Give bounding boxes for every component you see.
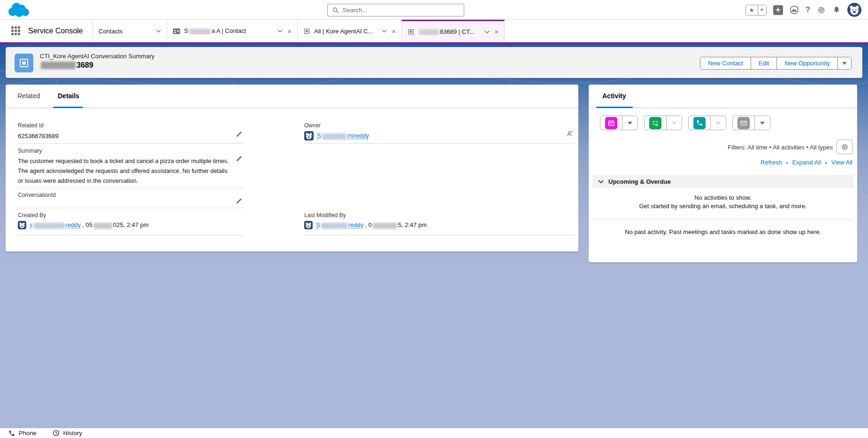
created-by-value: sreddy , 05025, 2:47 pm — [18, 221, 244, 229]
refresh-link[interactable]: Refresh — [760, 159, 782, 166]
tab-details[interactable]: Details — [58, 92, 79, 100]
utility-phone-button[interactable]: Phone — [8, 430, 37, 437]
field-label: Related Id — [18, 118, 244, 129]
nav-tab-list-view[interactable]: All | Kore AgentAI C... × — [297, 20, 401, 42]
chevron-down-icon[interactable] — [382, 29, 387, 33]
no-activities-text: No activities to show. — [589, 194, 857, 201]
custom-object-icon — [303, 28, 310, 35]
trailhead-icon[interactable] — [790, 5, 799, 15]
tab-related[interactable]: Related — [17, 92, 40, 100]
activity-settings-button[interactable] — [837, 140, 853, 154]
close-icon[interactable]: × — [494, 28, 499, 36]
custom-object-icon — [407, 28, 415, 35]
chevron-down-icon[interactable] — [484, 30, 490, 34]
new-task-dropdown[interactable] — [666, 116, 682, 130]
bell-icon[interactable] — [832, 6, 841, 14]
star-icon[interactable]: ★ — [746, 5, 758, 15]
new-task-group — [644, 116, 682, 130]
task-checklist-icon — [649, 117, 661, 129]
log-call-group — [688, 116, 726, 130]
new-opportunity-button[interactable]: New Opportunity — [776, 57, 837, 69]
salesforce-logo-icon — [6, 1, 31, 18]
new-event-dropdown[interactable] — [622, 116, 638, 130]
setup-gear-icon[interactable] — [817, 6, 826, 15]
field-last-modified-by: Last Modified By Sreddy , 05, 2:47 pm — [304, 208, 575, 235]
divider — [6, 108, 578, 108]
edit-pencil-icon[interactable] — [236, 197, 243, 206]
chevron-down-icon[interactable] — [156, 29, 161, 33]
header-icon-row: ★ + ? — [745, 0, 861, 20]
field-label: Created By — [18, 208, 244, 219]
utility-bar: Phone History — [0, 428, 868, 438]
edit-pencil-icon[interactable] — [236, 155, 243, 164]
last-modified-by-link[interactable]: Sreddy — [316, 221, 363, 228]
utility-history-button[interactable]: History — [53, 430, 82, 437]
close-icon[interactable]: × — [392, 27, 396, 35]
new-contact-button[interactable]: New Contact — [700, 57, 750, 69]
redacted-text — [373, 223, 397, 229]
owner-link[interactable]: Smireddy — [317, 132, 369, 139]
chevron-down-icon[interactable] — [277, 29, 283, 33]
utility-label: History — [63, 430, 82, 437]
view-all-link[interactable]: View All — [831, 159, 853, 166]
favorites-dropdown[interactable] — [758, 5, 766, 15]
salesforce-service-console: ★ + ? — [0, 0, 868, 438]
record-detail-panel: Related Details Related Id 625366783689 … — [6, 85, 578, 251]
app-launcher-icon[interactable] — [11, 26, 21, 36]
console-nav-bar: Service Console Contacts Sa A | Contact — [0, 20, 868, 42]
more-actions-dropdown[interactable] — [837, 57, 851, 69]
user-avatar — [18, 221, 26, 229]
user-avatar[interactable] — [847, 3, 861, 17]
help-icon[interactable]: ? — [806, 5, 810, 15]
redacted-text — [321, 223, 347, 229]
close-icon[interactable]: × — [287, 27, 292, 35]
field-value: The customer requested to book a ticket … — [18, 156, 230, 186]
tab-label: Contacts — [99, 28, 123, 35]
nav-tab-contacts[interactable]: Contacts — [92, 20, 167, 42]
expand-all-link[interactable]: Expand All — [792, 159, 821, 166]
global-actions-button[interactable]: + — [773, 5, 783, 15]
log-a-call-button[interactable] — [689, 116, 710, 130]
workspace-tabs: Contacts Sa A | Contact × — [92, 20, 505, 42]
new-task-button[interactable] — [645, 116, 666, 130]
email-button[interactable] — [733, 116, 754, 130]
global-search — [327, 4, 464, 16]
edit-button[interactable]: Edit — [751, 57, 776, 69]
field-related-id: Related Id 625366783689 — [18, 118, 244, 144]
chevron-down-icon[interactable] — [598, 180, 604, 184]
field-value: 625366783689 — [18, 131, 244, 141]
field-summary: Summary The customer requested to book a… — [18, 144, 244, 188]
nav-tab-contact-record[interactable]: Sa A | Contact × — [167, 20, 297, 42]
calendar-icon — [605, 117, 617, 129]
gear-icon — [841, 143, 849, 151]
redacted-text — [41, 62, 76, 69]
tab-activity[interactable]: Activity — [602, 92, 626, 100]
favorites-button[interactable]: ★ — [745, 5, 767, 16]
field-label: Last Modified By — [304, 208, 575, 219]
separator: • — [825, 160, 827, 165]
activity-filters-text: Filters: All time • All activities • All… — [728, 144, 833, 151]
edit-pencil-icon[interactable] — [236, 131, 243, 140]
phone-icon — [693, 117, 706, 129]
nav-tab-active-record[interactable]: 83689 | CT... × — [401, 20, 505, 42]
owner-value: Smireddy — [304, 131, 575, 141]
record-name: 3689 — [40, 61, 93, 70]
record-action-group: New Contact Edit New Opportunity — [700, 57, 852, 70]
separator: • — [786, 160, 788, 165]
log-call-dropdown[interactable] — [710, 116, 726, 130]
field-created-by: Created By sreddy , 05025, 2:47 pm — [18, 208, 244, 235]
global-header: ★ + ? — [0, 0, 868, 20]
created-by-link[interactable]: sreddy — [30, 221, 81, 228]
search-input[interactable] — [343, 7, 464, 14]
object-label: CTI_Kore AgentAI Conversation Summary — [40, 53, 154, 60]
brand-stripe — [0, 42, 868, 44]
change-owner-icon[interactable] — [566, 130, 574, 140]
upcoming-overdue-section-header[interactable]: Upcoming & Overdue — [592, 175, 853, 188]
email-dropdown[interactable] — [754, 116, 770, 130]
tab-label: 83689 | CT... — [418, 28, 481, 35]
section-title: Upcoming & Overdue — [608, 178, 671, 185]
record-highlights-card: CTI_Kore AgentAI Conversation Summary 36… — [6, 47, 862, 78]
last-modified-value: Sreddy , 05, 2:47 pm — [304, 221, 575, 229]
new-event-button[interactable] — [600, 116, 622, 130]
redacted-text — [93, 223, 112, 229]
